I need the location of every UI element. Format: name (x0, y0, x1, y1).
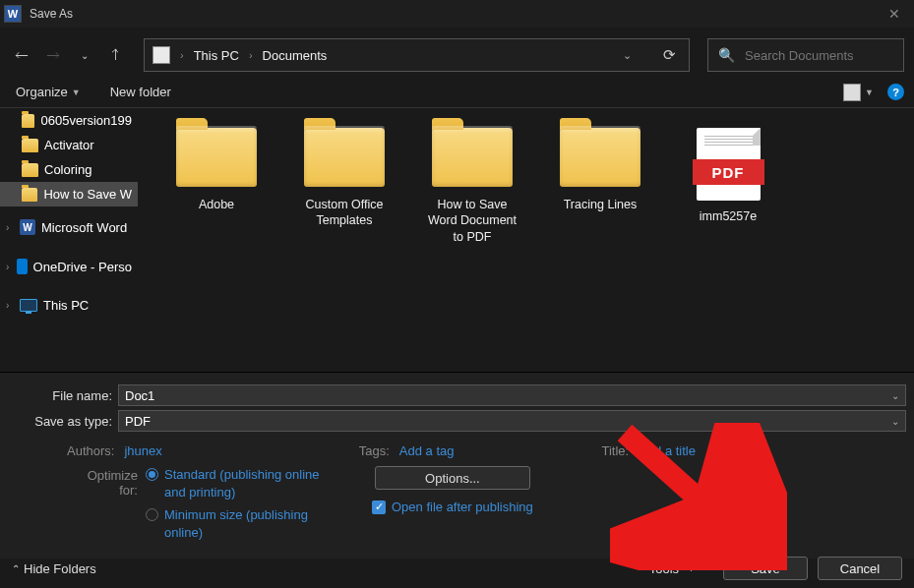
file-label: Custom Office Templates (295, 197, 394, 229)
chevron-up-icon: ⌃ (12, 563, 20, 574)
tags-group[interactable]: Tags:Add a tag (359, 443, 455, 458)
checkbox-checked-icon: ✓ (372, 500, 386, 514)
main-area: 0605version199 Activator Coloring How to… (0, 108, 914, 372)
chevron-right-icon: › (6, 222, 14, 233)
close-icon[interactable]: ✕ (875, 6, 914, 22)
folder-icon (432, 128, 513, 187)
cancel-button[interactable]: Cancel (818, 557, 902, 580)
back-button[interactable]: 🡐 (10, 43, 33, 67)
save-type-select[interactable]: PDF⌄ (118, 410, 906, 432)
tree-node[interactable]: 0605version199 (0, 108, 138, 133)
pdf-badge: PDF (693, 159, 764, 185)
breadcrumb-item[interactable]: This PC (194, 48, 239, 63)
file-label: imm5257e (679, 208, 777, 224)
tools-label: Tools (649, 561, 679, 576)
address-dropdown-icon[interactable]: ⌄ (623, 49, 641, 62)
pdf-icon: PDF (697, 128, 761, 201)
chevron-down-icon[interactable]: ⌄ (891, 416, 899, 427)
folder-icon (22, 114, 34, 128)
search-box[interactable]: 🔍 (707, 38, 904, 72)
tree-node[interactable]: Activator (0, 133, 138, 157)
checkbox-label: Open file after publishing (392, 500, 533, 514)
save-type-value: PDF (125, 414, 151, 429)
radio-icon (146, 468, 158, 481)
search-input[interactable] (745, 48, 893, 63)
tree-label: How to Save W (43, 187, 132, 202)
save-type-label: Save as type: (8, 414, 118, 429)
optimize-standard-radio[interactable]: Standard (publishing online and printing… (146, 466, 342, 500)
folder-tree: 0605version199 Activator Coloring How to… (0, 108, 138, 372)
title-group[interactable]: Title:Add a title (601, 443, 696, 458)
tags-label: Tags: (359, 443, 390, 458)
file-label: How to Save Word Document to PDF (423, 197, 521, 245)
breadcrumb-separator: › (249, 49, 253, 61)
organize-button[interactable]: Organize ▼ (10, 81, 87, 103)
file-label: Adobe (167, 197, 266, 212)
hide-folders-label: Hide Folders (24, 561, 96, 576)
optimize-label: Optimize for: (67, 466, 146, 498)
tree-label: Coloring (44, 162, 91, 177)
search-icon: 🔍 (718, 47, 735, 63)
file-item[interactable]: Custom Office Templates (295, 128, 394, 229)
chevron-down-icon: ▼ (687, 563, 696, 573)
file-grid[interactable]: Adobe Custom Office Templates How to Sav… (138, 108, 914, 372)
new-folder-button[interactable]: New folder (104, 81, 177, 103)
optimize-minimum-radio[interactable]: Minimum size (publishing online) (146, 506, 342, 541)
breadcrumb-item[interactable]: Documents (263, 48, 328, 63)
file-name-label: File name: (8, 388, 118, 403)
file-item[interactable]: How to Save Word Document to PDF (423, 128, 521, 245)
address-bar[interactable]: › This PC › Documents ⌄ ⟳ (144, 38, 690, 72)
save-button[interactable]: Save (723, 557, 808, 580)
tree-label: OneDrive - Perso (33, 260, 132, 274)
file-name-input[interactable]: Doc1⌄ (118, 384, 906, 406)
save-form: File name: Doc1⌄ Save as type: PDF⌄ Auth… (0, 372, 914, 559)
radio-label: Standard (publishing online and printing… (164, 466, 342, 500)
tree-label: This PC (43, 298, 89, 313)
help-icon[interactable]: ? (887, 84, 904, 100)
footer: ⌃Hide Folders Tools▼ Save Cancel (0, 549, 914, 588)
tree-node[interactable]: Coloring (0, 157, 138, 182)
word-app-icon: W (4, 5, 22, 23)
radio-icon (146, 508, 158, 521)
title-label: Title: (601, 443, 629, 458)
refresh-icon[interactable]: ⟳ (657, 46, 681, 64)
hide-folders-button[interactable]: ⌃Hide Folders (12, 561, 96, 576)
tree-node[interactable]: ›OneDrive - Perso (0, 254, 138, 279)
file-name-value: Doc1 (125, 388, 154, 403)
radio-label: Minimum size (publishing online) (164, 506, 342, 541)
chevron-down-icon[interactable]: ⌄ (891, 390, 899, 401)
view-button[interactable]: ▼ (843, 84, 874, 101)
folder-icon (22, 163, 38, 177)
folder-icon (560, 128, 640, 187)
chevron-down-icon: ▼ (865, 88, 874, 97)
file-item[interactable]: Adobe (167, 128, 266, 212)
folder-icon (22, 188, 37, 202)
view-icon (843, 84, 861, 101)
folder-icon (304, 128, 385, 187)
tree-node[interactable]: ›This PC (0, 293, 138, 318)
tree-label: Activator (44, 138, 94, 152)
recent-dropdown-icon[interactable]: ⌄ (73, 43, 96, 67)
tree-node[interactable]: ›WMicrosoft Word (0, 214, 138, 240)
file-item[interactable]: Tracing Lines (551, 128, 649, 212)
tools-button[interactable]: Tools▼ (649, 561, 696, 576)
authors-value: jhunex (124, 443, 161, 458)
pc-icon (20, 299, 37, 312)
options-button[interactable]: Options... (375, 466, 530, 490)
word-icon: W (20, 219, 35, 235)
up-button[interactable]: 🡑 (104, 43, 128, 67)
nav-row: 🡐 🡒 ⌄ 🡑 › This PC › Documents ⌄ ⟳ 🔍 (0, 33, 914, 77)
forward-button[interactable]: 🡒 (41, 43, 65, 67)
open-after-checkbox[interactable]: ✓ Open file after publishing (372, 500, 533, 514)
tree-node-selected[interactable]: How to Save W (0, 182, 138, 206)
authors-group[interactable]: Authors:jhunex (67, 443, 162, 458)
organize-label: Organize (16, 85, 68, 99)
tags-value: Add a tag (399, 443, 455, 458)
file-item[interactable]: PDF imm5257e (679, 128, 777, 224)
folder-icon (22, 139, 38, 152)
chevron-down-icon: ▼ (72, 88, 81, 97)
folder-icon (176, 128, 257, 187)
onedrive-icon (17, 259, 27, 274)
tree-label: Microsoft Word (41, 220, 127, 235)
file-label: Tracing Lines (551, 197, 649, 212)
